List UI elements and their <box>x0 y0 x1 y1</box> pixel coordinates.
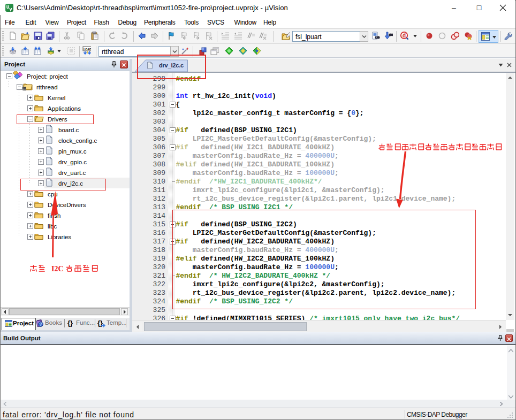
svg-text:d: d <box>403 33 406 39</box>
svg-text:?: ? <box>39 322 42 327</box>
svg-text:LOAD: LOAD <box>84 48 91 51</box>
svg-text:I2C: I2C <box>51 265 64 273</box>
